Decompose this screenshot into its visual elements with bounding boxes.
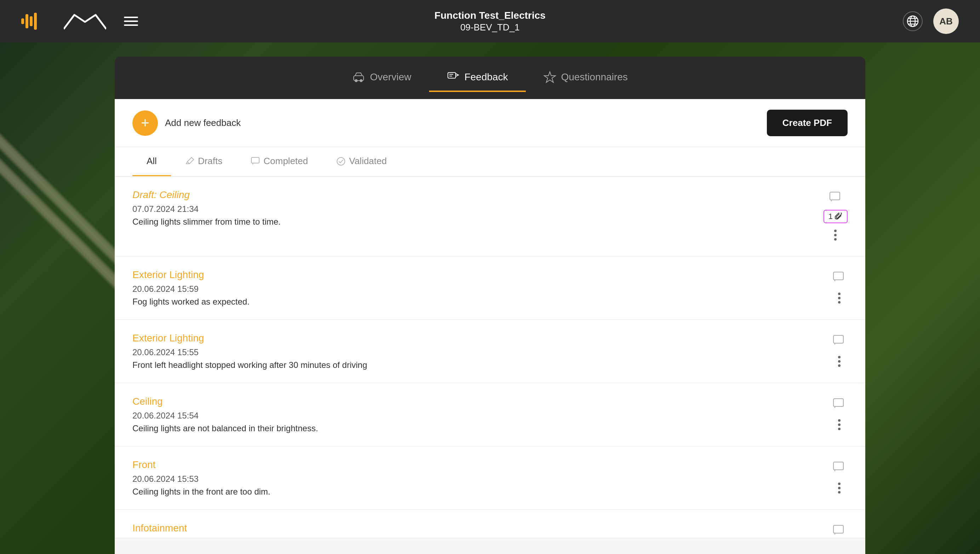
svg-point-11 [360, 80, 362, 82]
feedback-item-desc: Ceiling lights slimmer from time to time… [132, 217, 824, 227]
validate-icon [336, 157, 346, 166]
add-feedback-button[interactable]: + Add new feedback [132, 110, 241, 136]
feedback-item-actions [831, 333, 848, 370]
feedback-item: Exterior Lighting 20.06.2024 15:59 Fog l… [115, 256, 865, 320]
car-icon [352, 71, 365, 83]
svg-rect-20 [833, 272, 843, 280]
svg-rect-24 [833, 525, 843, 533]
feedback-item-actions [831, 396, 848, 433]
svg-rect-2 [30, 16, 33, 26]
feedback-item-date: 20.06.2024 15:53 [132, 474, 831, 484]
hamburger-button[interactable] [120, 13, 142, 29]
tab-feedback[interactable]: Feedback [429, 64, 526, 92]
comment-icon [832, 334, 846, 348]
tab-overview-label: Overview [370, 72, 412, 83]
tab-feedback-label: Feedback [464, 72, 508, 83]
feedback-item: Ceiling 20.06.2024 15:54 Ceiling lights … [115, 383, 865, 446]
more-options-button[interactable] [835, 290, 843, 306]
filter-completed-label: Completed [263, 156, 308, 167]
filter-drafts-label: Drafts [198, 156, 222, 167]
filter-all-label: All [147, 156, 157, 167]
nav-center-title: Function Test_Electrics 09-BEV_TD_1 [434, 10, 546, 33]
feedback-item-title: Exterior Lighting [132, 333, 831, 344]
filter-tab-all[interactable]: All [132, 147, 171, 176]
feedback-item-content: Front 20.06.2024 15:53 Ceiling lights in… [132, 459, 831, 497]
svg-rect-23 [833, 462, 843, 470]
comment-button[interactable] [831, 269, 848, 286]
tab-overview[interactable]: Overview [335, 64, 429, 92]
feedback-item-content: Draft: Ceiling 07.07.2024 21:34 Ceiling … [132, 189, 824, 227]
more-options-button[interactable] [831, 227, 840, 244]
feedback-item-date: 20.06.2024 15:54 [132, 411, 831, 420]
attachment-count: 1 [828, 212, 833, 221]
feedback-item: Front 20.06.2024 15:53 Ceiling lights in… [115, 446, 865, 510]
add-feedback-label: Add new feedback [165, 118, 241, 129]
comment-icon [832, 524, 846, 538]
tab-bar: Overview Feedback Questionnaires [115, 57, 865, 99]
feedback-list: Draft: Ceiling 07.07.2024 21:34 Ceiling … [115, 177, 865, 554]
feedback-item-title: Exterior Lighting [132, 269, 831, 280]
feedback-item-actions: 1 [824, 189, 848, 244]
feedback-item-content: Ceiling 20.06.2024 15:54 Ceiling lights … [132, 396, 831, 433]
comment-button[interactable] [831, 522, 848, 538]
logo-area [21, 11, 142, 31]
comment-button[interactable] [827, 189, 844, 206]
svg-rect-22 [833, 399, 843, 406]
comment-icon [832, 461, 846, 475]
feedback-item-actions [831, 522, 848, 538]
comment-button[interactable] [831, 396, 848, 413]
feedback-header: + Add new feedback Create PDF [115, 99, 865, 147]
svg-rect-0 [21, 18, 24, 24]
feedback-item-title: Front [132, 459, 831, 471]
pencil-icon [185, 157, 195, 166]
svg-rect-12 [448, 73, 456, 78]
language-button[interactable] [903, 11, 923, 31]
tab-questionnaires-label: Questionnaires [561, 72, 628, 83]
create-pdf-label: Create PDF [782, 118, 832, 128]
feedback-item-actions [831, 269, 848, 306]
svg-rect-3 [34, 13, 37, 30]
comment-icon [832, 271, 846, 285]
svg-point-18 [337, 158, 345, 165]
attachment-badge: 1 [824, 210, 848, 223]
feedback-item-desc: Front left headlight stopped working aft… [132, 360, 831, 370]
svg-rect-17 [251, 158, 259, 163]
logo-waveform [21, 11, 57, 31]
feedback-item-date: 07.07.2024 21:34 [132, 204, 824, 214]
svg-point-10 [355, 80, 357, 82]
svg-rect-1 [26, 14, 28, 28]
feedback-item-date: 20.06.2024 15:59 [132, 284, 831, 294]
feedback-item-title: Ceiling [132, 396, 831, 407]
feedback-item-desc: Ceiling lights in the front are too dim. [132, 487, 831, 497]
feedback-item-content: Infotainment [132, 522, 831, 537]
comment-icon [828, 191, 843, 205]
comment-button[interactable] [831, 459, 848, 476]
feedback-item-content: Exterior Lighting 20.06.2024 15:55 Front… [132, 333, 831, 370]
feedback-item-actions [831, 459, 848, 496]
feedback-item-title: Infotainment [132, 522, 831, 534]
feedback-item-partial: Infotainment [115, 510, 865, 538]
more-options-button[interactable] [835, 480, 843, 496]
filter-tab-drafts[interactable]: Drafts [171, 147, 236, 176]
feedback-item-date: 20.06.2024 15:55 [132, 347, 831, 357]
add-icon: + [132, 110, 158, 136]
create-pdf-button[interactable]: Create PDF [767, 110, 848, 136]
star-icon [543, 71, 556, 83]
feedback-item-title: Draft: Ceiling [132, 189, 824, 201]
svg-rect-21 [833, 335, 843, 343]
feedback-item-content: Exterior Lighting 20.06.2024 15:59 Fog l… [132, 269, 831, 307]
feedback-item-desc: Fog lights worked as expected. [132, 297, 831, 307]
filter-tab-completed[interactable]: Completed [236, 147, 322, 176]
feedback-item: Exterior Lighting 20.06.2024 15:55 Front… [115, 320, 865, 383]
filter-validated-label: Validated [349, 156, 387, 167]
comment-icon [832, 397, 846, 411]
feedback-item-desc: Ceiling lights are not balanced in their… [132, 423, 831, 433]
feedback-item: Draft: Ceiling 07.07.2024 21:34 Ceiling … [115, 177, 865, 256]
nav-right: AB [903, 8, 959, 34]
tab-questionnaires[interactable]: Questionnaires [526, 64, 645, 92]
filter-tab-validated[interactable]: Validated [322, 147, 401, 176]
more-options-button[interactable] [835, 416, 843, 433]
more-options-button[interactable] [835, 353, 843, 370]
comment-button[interactable] [831, 333, 848, 350]
user-avatar-button[interactable]: AB [933, 8, 959, 34]
